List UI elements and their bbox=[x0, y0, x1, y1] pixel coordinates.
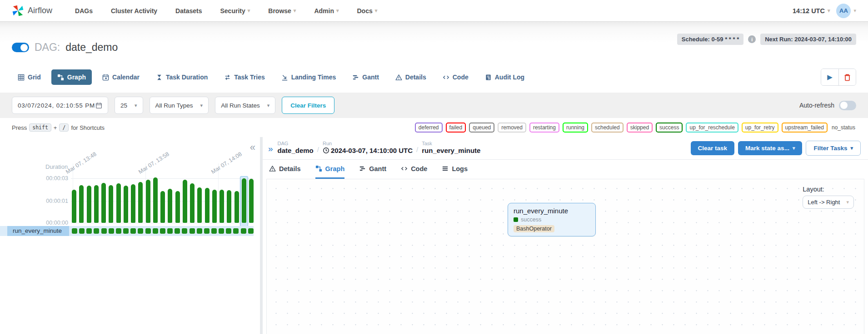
tab-code[interactable]: Code bbox=[401, 160, 427, 179]
duration-bar[interactable] bbox=[227, 190, 231, 223]
tab-calendar[interactable]: Calendar bbox=[96, 69, 145, 85]
legend-badge-failed[interactable]: failed bbox=[446, 123, 466, 133]
task-instance-success[interactable] bbox=[211, 228, 217, 234]
tab-details[interactable]: Details bbox=[389, 69, 432, 85]
task-instance-success[interactable] bbox=[101, 228, 107, 234]
legend-badge-running[interactable]: running bbox=[563, 123, 588, 133]
legend-badge-removed[interactable]: removed bbox=[498, 123, 526, 133]
run-states-select[interactable]: All Run States▾ bbox=[215, 97, 275, 114]
collapse-panel-icon[interactable]: « bbox=[250, 142, 255, 152]
page-size-select[interactable]: 25▾ bbox=[115, 97, 143, 114]
legend-badge-skipped[interactable]: skipped bbox=[627, 123, 653, 133]
duration-bar[interactable] bbox=[183, 180, 187, 223]
legend-badge-upstream-failed[interactable]: upstream_failed bbox=[782, 123, 828, 133]
filter-tasks-button[interactable]: Filter Tasks ▾ bbox=[806, 141, 861, 156]
trigger-dag-button[interactable]: ▶ bbox=[821, 69, 838, 85]
nav-item-cluster-activity[interactable]: Cluster Activity bbox=[111, 7, 157, 15]
task-instance-success[interactable] bbox=[116, 228, 121, 234]
duration-bar[interactable] bbox=[219, 190, 224, 223]
duration-bar[interactable] bbox=[212, 190, 217, 223]
clear-filters-button[interactable]: Clear Filters bbox=[282, 97, 334, 114]
legend-badge-scheduled[interactable]: scheduled bbox=[591, 123, 624, 133]
duration-bar[interactable] bbox=[205, 188, 210, 223]
duration-bar[interactable] bbox=[124, 186, 128, 223]
task-node[interactable]: run_every_minute success BashOperator bbox=[508, 203, 596, 236]
legend-badge-success[interactable]: success bbox=[656, 123, 683, 133]
task-instance-success[interactable] bbox=[204, 228, 210, 234]
task-instance-success[interactable] bbox=[86, 228, 92, 234]
duration-bar[interactable] bbox=[138, 182, 143, 223]
task-instance-success[interactable] bbox=[130, 228, 136, 234]
nav-item-datasets[interactable]: Datasets bbox=[175, 7, 202, 15]
duration-bar[interactable] bbox=[87, 186, 91, 223]
tab-graph[interactable]: Graph bbox=[51, 69, 92, 85]
tab-gantt[interactable]: Gantt bbox=[346, 69, 385, 85]
tab-task-duration[interactable]: Task Duration bbox=[150, 69, 214, 85]
task-instance-success[interactable] bbox=[190, 228, 195, 234]
info-icon[interactable]: i bbox=[748, 35, 756, 43]
duration-bar[interactable] bbox=[72, 190, 76, 223]
tab-landing-times[interactable]: Landing Times bbox=[275, 69, 342, 85]
utc-clock[interactable]: 14:12 UTC ▾ bbox=[793, 7, 830, 15]
run-types-select[interactable]: All Run Types▾ bbox=[150, 97, 209, 114]
duration-bar[interactable] bbox=[168, 189, 172, 223]
airflow-brand[interactable]: Airflow bbox=[12, 5, 52, 17]
breadcrumb-run[interactable]: Run 2024-03-07, 14:10:00 UTC bbox=[323, 141, 413, 154]
task-instance-success[interactable] bbox=[219, 228, 224, 234]
nav-item-security[interactable]: Security▾ bbox=[220, 7, 250, 15]
nav-item-docs[interactable]: Docs▾ bbox=[357, 7, 377, 15]
mark-state-button[interactable]: Mark state as... ▾ bbox=[738, 141, 802, 155]
duration-bar[interactable] bbox=[79, 185, 84, 223]
task-instance-success[interactable] bbox=[182, 228, 187, 234]
delete-dag-button[interactable] bbox=[838, 69, 856, 85]
duration-bar[interactable] bbox=[249, 179, 254, 223]
task-row-label[interactable]: run_every_minute bbox=[7, 226, 69, 236]
breadcrumb-dag[interactable]: DAG date_demo bbox=[278, 141, 314, 154]
task-instance-success[interactable] bbox=[167, 228, 173, 234]
task-instance-success[interactable] bbox=[160, 228, 165, 234]
auto-refresh-toggle[interactable] bbox=[839, 101, 856, 110]
task-instance-success[interactable] bbox=[248, 228, 254, 234]
tab-code[interactable]: Code bbox=[437, 69, 474, 85]
nav-item-browse[interactable]: Browse▾ bbox=[268, 7, 296, 15]
tab-details[interactable]: Details bbox=[269, 160, 301, 179]
clear-task-button[interactable]: Clear task bbox=[691, 141, 735, 155]
graph-canvas[interactable]: Layout: Left -> Right ▾ run_every_minute… bbox=[266, 179, 864, 334]
legend-badge-up-for-reschedule[interactable]: up_for_reschedule bbox=[686, 123, 738, 133]
legend-badge-restarting[interactable]: restarting bbox=[529, 123, 559, 133]
layout-select[interactable]: Left -> Right ▾ bbox=[803, 196, 854, 209]
duration-bar[interactable] bbox=[160, 191, 165, 223]
duration-bar[interactable] bbox=[131, 184, 135, 223]
duration-bar[interactable] bbox=[116, 183, 121, 223]
task-instance-success[interactable] bbox=[109, 228, 114, 234]
duration-bar[interactable] bbox=[109, 185, 113, 223]
task-instance-success[interactable] bbox=[79, 228, 85, 234]
task-instance-success[interactable] bbox=[233, 228, 239, 234]
nav-item-admin[interactable]: Admin▾ bbox=[314, 7, 339, 15]
task-instance-success[interactable] bbox=[197, 228, 202, 234]
dag-pause-toggle[interactable] bbox=[12, 43, 29, 52]
legend-badge-queued[interactable]: queued bbox=[469, 123, 494, 133]
tab-task-tries[interactable]: Task Tries bbox=[218, 69, 270, 85]
tab-gantt[interactable]: Gantt bbox=[359, 160, 386, 179]
duration-bar[interactable] bbox=[234, 191, 239, 223]
breadcrumb-task[interactable]: Task run_every_minute bbox=[422, 141, 480, 154]
duration-bar[interactable] bbox=[94, 185, 99, 223]
tab-grid[interactable]: Grid bbox=[12, 69, 47, 85]
task-instance-success[interactable] bbox=[241, 228, 246, 234]
tab-graph[interactable]: Graph bbox=[315, 160, 345, 179]
duration-bar[interactable] bbox=[101, 183, 106, 223]
task-instance-success[interactable] bbox=[72, 228, 77, 234]
task-instance-success[interactable] bbox=[138, 228, 143, 234]
task-instance-success[interactable] bbox=[94, 228, 99, 234]
task-instance-success[interactable] bbox=[123, 228, 129, 234]
user-menu[interactable]: AA ▾ bbox=[836, 4, 856, 18]
duration-bar[interactable] bbox=[242, 178, 246, 223]
task-instance-success[interactable] bbox=[145, 228, 151, 234]
task-instance-success[interactable] bbox=[153, 228, 158, 234]
duration-bar[interactable] bbox=[175, 191, 180, 223]
duration-bar[interactable] bbox=[190, 183, 195, 223]
duration-bar[interactable] bbox=[146, 180, 150, 223]
duration-bar[interactable] bbox=[153, 177, 158, 223]
nav-item-dags[interactable]: DAGs bbox=[75, 7, 93, 15]
